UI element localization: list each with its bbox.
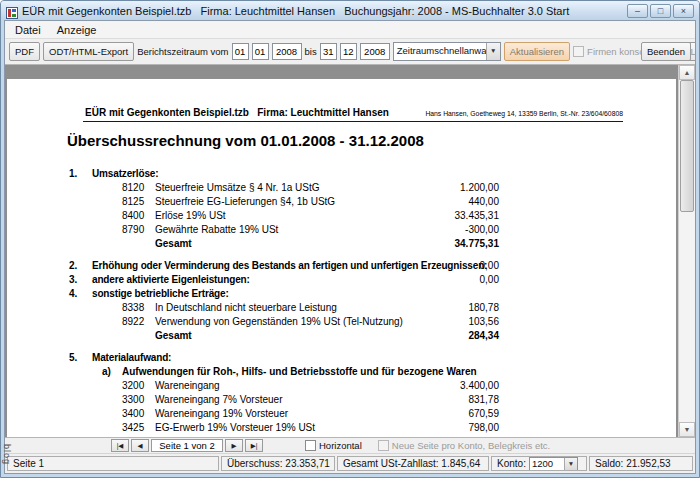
scroll-down-icon[interactable]: ▼ [679,422,695,437]
konto-label: Konto: [497,458,526,469]
row-label: sonstige betriebliche Erträge: [92,287,499,301]
new-page-checkbox[interactable]: Neue Seite pro Konto, Belegkreis etc. [378,440,550,451]
title-bar: EÜR mit Gegenkonten Beispiel.tzb Firma: … [1,1,699,20]
menu-item-datei[interactable]: Datei [7,22,49,38]
report-header: EÜR mit Gegenkonten Beispiel.tzb Firma: … [85,107,389,118]
report-row: Gesamt5.700,37 [69,435,499,437]
row-value: 3.400,00 [409,379,499,393]
chevron-down-icon[interactable]: ▼ [564,458,577,470]
indent [69,393,122,407]
row-value: 831,78 [409,393,499,407]
horizontal-checkbox[interactable]: Horizontal [305,440,362,451]
report-row: 3425EG-Erwerb 19% Vorsteuer 19% USt798,0… [69,421,499,435]
row-number: 4. [69,287,92,301]
indent [69,237,155,251]
report-row: a)Aufwendungen für Roh-, Hilfs- und Betr… [69,365,499,379]
to-day-input[interactable] [320,43,337,60]
export-button[interactable]: ODT/HTML-Export [43,42,134,61]
row-value: 284,34 [409,329,499,343]
checkbox-icon[interactable] [573,46,584,57]
account-number: 8120 [122,181,155,195]
row-number: 2. [69,259,92,273]
from-month-input[interactable] [252,43,269,60]
pdf-button[interactable]: PDF [9,42,40,61]
checkbox-icon[interactable] [305,440,316,451]
refresh-button[interactable]: Aktualisieren [504,42,570,61]
account-number: 8790 [122,223,155,237]
konto-value: 1200 [530,458,564,470]
report-row: 1.Umsatzerlöse: [69,167,499,181]
watermark: blog [2,444,12,465]
chevron-down-icon[interactable]: ▼ [486,43,500,60]
account-number: 3425 [122,421,155,435]
indent [69,407,122,421]
row-value: 33.435,31 [409,209,499,223]
menu-bar: Datei Anzeige [5,21,695,39]
next-page-button[interactable]: ▶ [225,439,243,452]
row-number: 1. [69,167,92,181]
page-navigation-bar: |◀ ◀ Seite 1 von 2 ▶ ▶| Horizontal Neue … [5,437,695,453]
minimize-icon[interactable]: – [627,4,648,18]
row-label: Umsatzerlöse: [92,167,499,181]
menu-item-anzeige[interactable]: Anzeige [49,22,105,38]
report-row: Gesamt34.775,31 [69,237,499,251]
report-row: 8922Verwendung von Gegenständen 19% USt … [69,315,499,329]
prev-page-button[interactable]: ◀ [131,439,149,452]
report-row: 8125Steuerfreie EG-Lieferungen §4, 1b US… [69,195,499,209]
report-row: 3400Wareneingang 19% Vorsteuer670,59 [69,407,499,421]
first-page-button[interactable]: |◀ [111,439,129,452]
horizontal-label: Horizontal [319,440,362,451]
row-value: 34.775,31 [409,237,499,251]
status-konto: Konto: 1200 ▼ [491,456,587,471]
report-row: 3.andere aktivierte Eigenleistungen:0,00 [69,273,499,287]
indent [69,435,155,437]
document-viewport: EÜR mit Gegenkonten Beispiel.tzb Firma: … [5,65,695,437]
row-value: -300,00 [409,223,499,237]
window-title: EÜR mit Gegenkonten Beispiel.tzb Firma: … [22,5,621,17]
row-value: 440,00 [409,195,499,209]
account-number: 3400 [122,407,155,421]
quick-select-value: Zeitraumschnellanwahl [394,43,486,60]
report-rows: 1.Umsatzerlöse:8120Steuerfreie Umsätze §… [69,167,499,437]
indent [69,181,122,195]
report-row: 4.sonstige betriebliche Erträge: [69,287,499,301]
scroll-up-icon[interactable]: ▲ [679,65,695,80]
account-number: 8338 [122,301,155,315]
client-area: Datei Anzeige PDF ODT/HTML-Export Berich… [4,20,696,474]
vertical-scrollbar[interactable]: ▲ ▼ [678,65,695,437]
app-icon [6,5,18,17]
quick-select-combobox[interactable]: Zeitraumschnellanwahl ▼ [393,42,501,61]
to-year-input[interactable] [360,43,390,60]
report-row: 3200Wareneingang3.400,00 [69,379,499,393]
close-icon[interactable]: × [673,4,694,18]
row-value: 0,00 [409,273,499,287]
scrollbar-thumb[interactable] [680,80,694,212]
last-page-button[interactable]: ▶| [245,439,263,452]
konto-combobox[interactable]: 1200 ▼ [529,457,578,471]
checkbox-icon[interactable] [378,440,389,451]
maximize-icon[interactable]: □ [650,4,671,18]
row-value: 1.200,00 [409,181,499,195]
app-window: EÜR mit Gegenkonten Beispiel.tzb Firma: … [0,0,700,478]
account-number: 8400 [122,209,155,223]
sub-label: Aufwendungen für Roh-, Hilfs- und Betrie… [122,365,499,379]
window-controls: – □ × [627,4,694,18]
report-address: Hans Hansen, Goetheweg 14, 13359 Berlin,… [425,110,623,117]
indent [69,379,122,393]
status-bar: Seite 1 Überschuss: 23.353,71 Gesamt USt… [5,453,695,473]
page-indicator-field[interactable]: Seite 1 von 2 [151,439,223,452]
report-row: 3300Wareneingang 7% Vorsteuer831,78 [69,393,499,407]
row-value: 180,78 [409,301,499,315]
account-number: 8125 [122,195,155,209]
quit-button[interactable]: Beenden [641,42,691,61]
row-label: Materialaufwand: [92,351,499,365]
to-month-input[interactable] [340,43,357,60]
bis-label: bis [305,46,317,57]
from-year-input[interactable] [272,43,302,60]
indent [69,301,122,315]
row-number: 5. [69,351,92,365]
from-day-input[interactable] [232,43,249,60]
report-row: 8338In Deutschland nicht steuerbare Leis… [69,301,499,315]
row-value: 0,00 [409,259,499,273]
report-row: 8400Erlöse 19% USt33.435,31 [69,209,499,223]
